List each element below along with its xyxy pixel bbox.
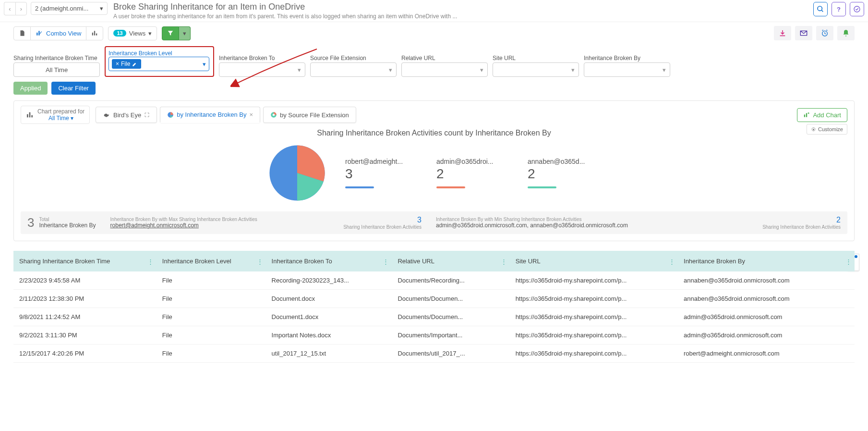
column-header[interactable]: Site URL⋮ (510, 251, 678, 271)
summary-total-main: Inheritance Broken By (39, 222, 96, 229)
summary-min-main: admin@o365droid.onmicrosoft.com, annaben… (436, 222, 758, 229)
filter-ext-label: Source File Extension (310, 55, 397, 62)
filter-level-input[interactable]: × File ▾ (108, 57, 209, 71)
column-header[interactable]: Inheritance Broken To⋮ (266, 251, 392, 271)
pie-icon (167, 111, 174, 118)
column-menu-icon[interactable]: ⋮ (669, 258, 675, 265)
email-button[interactable] (795, 26, 812, 40)
table-cell: 2/11/2023 12:38:30 PM (13, 290, 157, 308)
filter-relurl-label: Relative URL (401, 55, 488, 62)
table-row[interactable]: 9/2/2021 3:11:30 PMFileImportant Notes.d… (13, 326, 855, 345)
combo-view-tab[interactable]: Combo View (31, 27, 86, 40)
filter-to-input[interactable]: ▾ (219, 62, 305, 77)
svg-point-17 (813, 129, 814, 130)
clear-filter-button[interactable]: Clear Filter (51, 82, 96, 95)
chart-prepared-for[interactable]: Chart prepared for All Time ▾ (21, 106, 90, 124)
chart-view-tab[interactable] (86, 27, 103, 40)
svg-rect-9 (27, 114, 28, 118)
table-cell: File (157, 308, 266, 326)
chevron-down-icon: ▾ (571, 66, 575, 74)
stat-card-1: robert@admeight... 3 (345, 158, 417, 188)
check-button[interactable] (850, 2, 864, 16)
funnel-icon (167, 30, 174, 37)
add-chart-button[interactable]: Add Chart (797, 108, 847, 122)
doc-view-tab[interactable] (14, 27, 31, 40)
pie-chart (268, 144, 326, 202)
tab-birdseye[interactable]: Bird's Eye (96, 107, 157, 123)
chevron-down-icon: ▾ (71, 115, 73, 122)
notify-button[interactable] (837, 26, 855, 40)
help-button[interactable]: ? (832, 2, 846, 16)
summary-min-value: 2 (762, 216, 841, 224)
table-cell: Documents/Important... (392, 326, 509, 345)
chip-x-icon[interactable]: × (116, 61, 119, 67)
summary-max: Inheritance Broken By with Max Sharing I… (110, 216, 422, 230)
column-header[interactable]: Sharing Inheritance Broken Time⋮ (13, 251, 157, 271)
column-menu-icon[interactable]: ⋮ (383, 258, 389, 265)
column-menu-icon[interactable]: ⋮ (845, 258, 852, 265)
stat-3-bar (528, 186, 556, 188)
summary-max-label: Sharing Inheritance Broken Activities (343, 224, 422, 230)
tenant-select[interactable]: 2 (admeight.onmi... ▾ (31, 2, 108, 15)
table-cell: File (157, 345, 266, 363)
svg-rect-7 (96, 34, 97, 36)
bell-icon (842, 29, 850, 37)
tab-broken-by-label: by Inheritance Broken By (177, 111, 246, 118)
table-cell: Document.docx (266, 290, 392, 308)
column-menu-icon[interactable]: ⋮ (147, 258, 154, 265)
chevron-down-icon: ▾ (148, 30, 152, 37)
column-header[interactable]: Relative URL⋮ (392, 251, 509, 271)
table-row[interactable]: 2/23/2023 9:45:58 AMFileRecording-202302… (13, 271, 855, 290)
table-cell: File (157, 271, 266, 290)
alarm-button[interactable] (816, 26, 833, 40)
chevron-down-icon: ▾ (480, 66, 483, 74)
filter-relurl-input[interactable]: ▾ (401, 62, 488, 77)
views-dropdown[interactable]: 13 Views ▾ (108, 26, 157, 40)
column-header[interactable]: Inheritance Broken By⋮ (678, 251, 855, 271)
tab-ext-label: by Source File Extension (280, 111, 349, 119)
filter-level-chip[interactable]: × File (112, 59, 141, 69)
table-row[interactable]: 12/15/2017 4:20:26 PMFileutil_2017_12_15… (13, 345, 855, 363)
table-cell: 12/15/2017 4:20:26 PM (13, 345, 157, 363)
nav-back-button[interactable]: ‹ (4, 2, 15, 15)
table-row[interactable]: 2/11/2023 12:38:30 PMFileDocument.docxDo… (13, 290, 855, 308)
help-icon: ? (837, 6, 841, 13)
table-cell: 2/23/2023 9:45:58 AM (13, 271, 157, 290)
applied-button[interactable]: Applied (13, 82, 48, 95)
filter-by-label: Inheritance Broken By (584, 55, 670, 62)
stat-1-bar (345, 186, 374, 188)
filter-by-input[interactable]: ▾ (584, 62, 670, 77)
table-cell: File (157, 326, 266, 345)
table-cell: 9/2/2021 3:11:30 PM (13, 326, 157, 345)
close-icon[interactable]: × (249, 111, 253, 118)
svg-rect-4 (38, 31, 39, 35)
summary-max-link[interactable]: robert@admeight.onmicrosoft.com (110, 222, 199, 229)
filter-siteurl-input[interactable]: ▾ (493, 62, 579, 77)
table-cell: Documents/Documen... (392, 290, 509, 308)
svg-rect-5 (92, 33, 93, 36)
download-button[interactable] (774, 26, 791, 40)
tab-by-broken-by[interactable]: by Inheritance Broken By × (160, 107, 260, 123)
summary-total: 3 Total Inheritance Broken By (27, 215, 96, 230)
column-menu-icon[interactable]: ⋮ (501, 258, 507, 265)
nav-forward-button[interactable]: › (15, 2, 27, 15)
table-cell: https://o365droid-my.sharepoint.com/p... (510, 308, 678, 326)
filter-button[interactable] (162, 26, 179, 40)
svg-line-1 (821, 10, 823, 12)
clock-icon (821, 29, 829, 37)
search-button[interactable] (813, 2, 828, 16)
tab-by-extension[interactable]: by Source File Extension (263, 107, 356, 123)
column-menu-icon[interactable]: ⋮ (257, 258, 263, 265)
svg-rect-16 (806, 113, 807, 117)
table-row[interactable]: 9/8/2021 11:24:52 AMFileDocument1.docxDo… (13, 308, 855, 326)
filter-time-input[interactable]: All Time (13, 62, 100, 77)
chevron-down-icon: ▾ (100, 5, 103, 12)
filter-ext-input[interactable]: ▾ (310, 62, 397, 77)
summary-max-sub: Inheritance Broken By with Max Sharing I… (110, 217, 339, 222)
chart-prep-value: All Time (48, 115, 69, 122)
chevron-down-icon: ▾ (203, 61, 206, 68)
filter-dropdown-button[interactable]: ▾ (179, 26, 191, 40)
column-header[interactable]: Inheritance Broken Level⋮ (157, 251, 266, 271)
filter-time-value: All Time (46, 66, 68, 74)
customize-button[interactable]: Customize (807, 124, 847, 135)
